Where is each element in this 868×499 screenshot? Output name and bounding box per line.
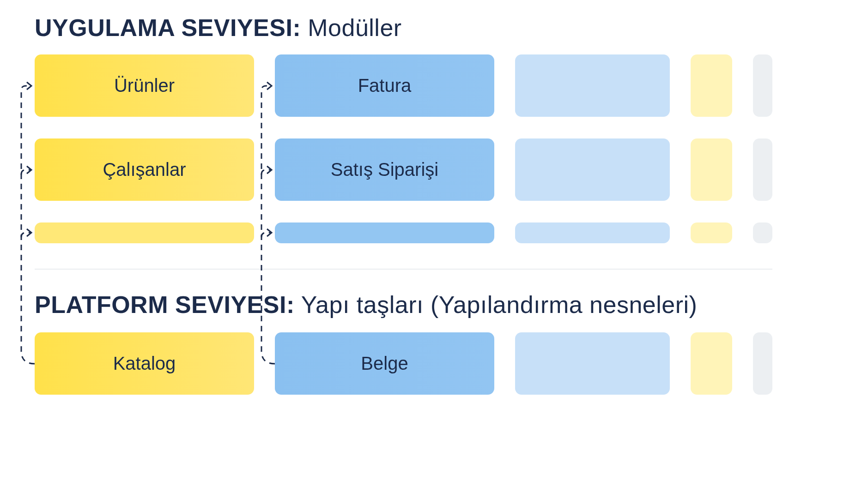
app-level-title-light: Modüller xyxy=(308,14,401,41)
module-employees-label: Çalışanlar xyxy=(103,159,186,180)
app-level-title: UYGULAMA SEVIYESI: Modüller xyxy=(35,14,402,42)
module-products-label: Ürünler xyxy=(114,75,175,96)
module-placeholder-gray-1 xyxy=(753,54,772,117)
module-placeholder-gray-3 xyxy=(753,222,772,243)
block-document: Belge xyxy=(275,332,494,395)
platform-level-title-light: Yapı taşları (Yapılandırma nesneleri) xyxy=(301,291,698,318)
block-catalog: Katalog xyxy=(35,332,254,395)
module-blue-short xyxy=(275,222,494,243)
module-placeholder-blue-3 xyxy=(515,222,670,243)
module-sales-order-label: Satış Siparişi xyxy=(331,159,438,180)
block-document-label: Belge xyxy=(361,353,408,374)
module-placeholder-yellow-1 xyxy=(691,54,732,117)
module-employees: Çalışanlar xyxy=(35,138,254,201)
section-divider xyxy=(35,269,772,270)
module-yellow-short xyxy=(35,222,254,243)
module-products: Ürünler xyxy=(35,54,254,117)
module-placeholder-blue-2 xyxy=(515,138,670,201)
block-placeholder-yellow xyxy=(691,332,732,395)
block-catalog-label: Katalog xyxy=(113,353,176,374)
module-placeholder-yellow-2 xyxy=(691,138,732,201)
module-placeholder-yellow-3 xyxy=(691,222,732,243)
app-level-title-bold: UYGULAMA SEVIYESI: xyxy=(35,14,301,41)
platform-level-title: PLATFORM SEVIYESI: Yapı taşları (Yapılan… xyxy=(35,291,697,319)
block-placeholder-blue xyxy=(515,332,670,395)
module-placeholder-blue-1 xyxy=(515,54,670,117)
block-placeholder-gray xyxy=(753,332,772,395)
diagram-canvas: UYGULAMA SEVIYESI: Modüller Ürünler Fatu… xyxy=(0,0,868,499)
module-sales-order: Satış Siparişi xyxy=(275,138,494,201)
platform-level-title-bold: PLATFORM SEVIYESI: xyxy=(35,291,295,318)
module-invoice: Fatura xyxy=(275,54,494,117)
module-invoice-label: Fatura xyxy=(358,75,412,96)
module-placeholder-gray-2 xyxy=(753,138,772,201)
